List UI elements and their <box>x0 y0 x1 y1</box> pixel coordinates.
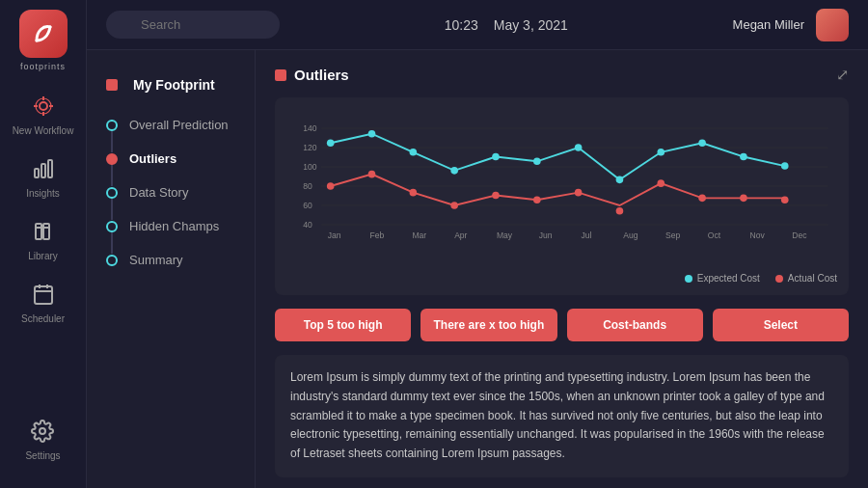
legend-dot-actual <box>775 275 783 283</box>
my-footprint-title: My Footprint <box>87 66 255 108</box>
nav-dot-data-story <box>106 187 118 199</box>
legend-dot-expected <box>685 275 692 283</box>
main-area: 🔍 10:23 May 3, 2021 Megan Miller My Foot… <box>87 0 868 488</box>
svg-text:Jun: Jun <box>539 230 553 240</box>
svg-point-41 <box>450 167 458 175</box>
svg-text:Mar: Mar <box>412 230 426 240</box>
svg-point-53 <box>450 202 458 209</box>
nav-item-overall-prediction[interactable]: Overall Prediction <box>106 108 255 142</box>
sidebar-item-settings[interactable]: Settings <box>25 416 60 461</box>
btn-costbands[interactable]: Cost-bands <box>567 309 703 341</box>
svg-rect-4 <box>48 160 52 177</box>
sidebar-label-scheduler: Scheduler <box>21 313 65 324</box>
settings-icon <box>27 416 58 447</box>
sidebar-label-library: Library <box>28 251 58 261</box>
panel-title: Outliers <box>294 67 349 83</box>
svg-point-45 <box>616 176 624 184</box>
svg-text:Dec: Dec <box>792 230 807 240</box>
legend-actual: Actual Cost <box>775 273 837 284</box>
sidebar-label-new-workflow: New Workflow <box>13 125 74 136</box>
svg-point-57 <box>616 207 624 215</box>
svg-point-39 <box>368 130 376 138</box>
svg-text:Aug: Aug <box>623 230 637 240</box>
main-panel: Outliers ⤢ 140 120 100 80 60 40 <box>256 50 868 488</box>
svg-point-43 <box>533 157 541 165</box>
svg-text:Jan: Jan <box>328 230 341 240</box>
nav-label-outliers: Outliers <box>129 151 176 166</box>
legend-expected: Expected Cost <box>685 273 760 284</box>
expand-icon[interactable]: ⤢ <box>836 66 849 84</box>
btn-top5[interactable]: Top 5 too high <box>275 309 411 341</box>
svg-point-38 <box>327 139 335 147</box>
panel-title-icon <box>275 69 286 81</box>
sidebar-item-scheduler[interactable]: Scheduler <box>21 279 65 324</box>
svg-point-52 <box>410 189 418 197</box>
svg-rect-9 <box>35 286 52 304</box>
btn-select[interactable]: Select <box>713 309 849 341</box>
svg-text:Oct: Oct <box>708 230 721 240</box>
svg-point-50 <box>327 182 335 190</box>
summary-box: Lorem Ipsum is simply dummy text of the … <box>275 355 849 477</box>
sidebar-label-insights: Insights <box>26 188 59 199</box>
user-avatar[interactable] <box>816 9 849 41</box>
topbar-date: May 3, 2021 <box>494 17 568 33</box>
svg-text:Nov: Nov <box>750 230 766 240</box>
summary-text: Lorem Ipsum is simply dummy text of the … <box>290 368 833 464</box>
nav-item-data-story[interactable]: Data Story <box>106 176 255 209</box>
scheduler-icon <box>28 279 59 310</box>
svg-point-61 <box>781 196 789 203</box>
app-logo[interactable] <box>19 10 68 58</box>
nav-item-hidden-champs[interactable]: Hidden Champs <box>106 209 255 243</box>
search-wrapper: 🔍 <box>106 11 280 39</box>
svg-text:Feb: Feb <box>370 230 385 240</box>
nav-label-data-story: Data Story <box>129 185 188 200</box>
sidebar: footprints New Workflow Insights <box>0 0 87 488</box>
svg-text:100: 100 <box>303 162 317 172</box>
nav-connector-4 <box>111 230 113 254</box>
btn-therex[interactable]: There are x too high <box>420 309 556 341</box>
svg-point-1 <box>36 98 51 114</box>
svg-point-60 <box>740 195 747 203</box>
panel-title-wrapper: Outliers <box>275 67 349 83</box>
search-input[interactable] <box>106 11 280 39</box>
svg-text:Apr: Apr <box>454 230 467 240</box>
nav-label-hidden-champs: Hidden Champs <box>129 219 219 233</box>
nav-item-summary[interactable]: Summary <box>106 243 255 277</box>
insights-icon <box>28 153 59 184</box>
outliers-chart: 140 120 100 80 60 40 Jan Feb M <box>286 109 837 263</box>
sidebar-item-insights[interactable]: Insights <box>26 153 59 199</box>
svg-text:140: 140 <box>303 123 317 133</box>
svg-text:80: 80 <box>303 181 312 191</box>
svg-text:120: 120 <box>303 143 317 152</box>
svg-point-0 <box>40 102 47 110</box>
legend-label-expected: Expected Cost <box>697 273 760 284</box>
svg-point-42 <box>492 153 500 161</box>
topbar-right: Megan Miller <box>733 9 849 41</box>
sidebar-item-library[interactable]: Library <box>28 216 59 261</box>
svg-text:60: 60 <box>303 201 312 210</box>
chart-legend: Expected Cost Actual Cost <box>286 273 837 284</box>
legend-label-actual: Actual Cost <box>788 273 837 284</box>
nav-dot-outliers <box>106 153 118 165</box>
svg-point-46 <box>657 149 665 156</box>
svg-text:Sep: Sep <box>665 230 680 240</box>
svg-point-13 <box>40 428 45 434</box>
svg-point-55 <box>533 196 541 203</box>
svg-rect-6 <box>43 224 49 239</box>
svg-rect-3 <box>41 164 45 177</box>
svg-point-56 <box>575 189 583 197</box>
nav-item-outliers[interactable]: Outliers <box>106 142 255 176</box>
side-nav: My Footprint Overall Prediction Outliers <box>87 50 256 488</box>
nav-dot-hidden-champs <box>106 221 118 232</box>
sidebar-item-new-workflow[interactable]: New Workflow <box>13 91 74 136</box>
nav-dot-overall <box>106 120 118 131</box>
my-footprint-icon <box>106 79 118 91</box>
svg-point-59 <box>698 195 706 203</box>
library-icon <box>28 216 59 247</box>
svg-point-49 <box>781 162 789 170</box>
svg-point-51 <box>368 171 376 178</box>
nav-label-overall: Overall Prediction <box>129 118 229 132</box>
nav-label-summary: Summary <box>129 253 183 267</box>
svg-point-44 <box>575 144 583 151</box>
svg-point-48 <box>740 153 747 161</box>
